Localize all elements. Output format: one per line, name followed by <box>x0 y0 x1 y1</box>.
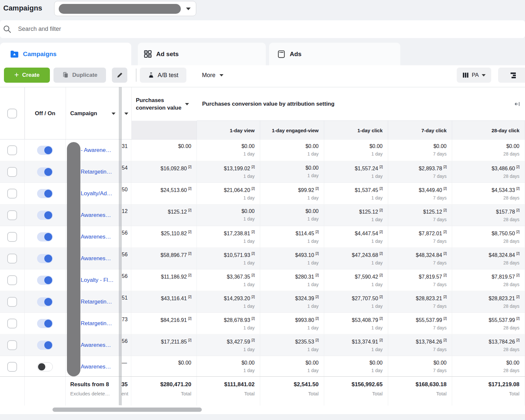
campaign-name-link[interactable]: Retargetin… <box>81 320 112 327</box>
attribution-window-label: 1 day <box>197 282 255 287</box>
footer-total-label: Total <box>324 391 383 396</box>
attribution-window-label: 7 days <box>388 347 447 352</box>
campaign-name-link[interactable]: Awarenes… <box>81 212 111 219</box>
campaign-toggle-on[interactable] <box>37 167 53 177</box>
horizontal-scrollbar-thumb[interactable] <box>52 408 202 412</box>
create-button[interactable]: + Create <box>4 68 50 83</box>
attribution-value-cell: $55,537.99[2]7 days <box>388 313 452 334</box>
row-checkbox[interactable] <box>7 167 17 177</box>
breakdown-button[interactable] <box>498 68 525 83</box>
attribution-window-label: 1 day <box>260 195 319 200</box>
clipped-value-cell: 56 <box>121 269 131 291</box>
campaign-name-link[interactable]: Retargetin… <box>81 169 112 175</box>
attribution-window-label: 1 day <box>260 347 319 352</box>
more-button[interactable]: More <box>197 68 228 83</box>
collapse-columns-icon[interactable] <box>514 101 520 109</box>
attribution-value-cell: $28,823.21[2]28 days <box>452 291 525 312</box>
attribution-column-header[interactable]: 7-day click <box>388 121 452 140</box>
footnote-marker: [2] <box>251 165 255 169</box>
campaign-name-link[interactable]: Loyalty - Fl… <box>81 277 114 284</box>
campaign-name-link[interactable]: - Awarene… <box>81 147 111 154</box>
footer-excludes-label: Excludes delete… <box>70 391 121 396</box>
tab-ad-sets[interactable]: Ad sets <box>138 43 266 65</box>
metric-value: $28,823.21[2] <box>452 295 519 302</box>
tab-campaigns[interactable]: Campaigns <box>0 43 131 65</box>
campaign-toggle-on[interactable] <box>37 319 53 328</box>
row-checkbox-cell <box>0 183 25 204</box>
attribution-column-header[interactable]: 1-day engaged-view <box>260 121 324 140</box>
attribution-value-cell: $3,486.60[2]28 days <box>452 161 525 182</box>
row-toggle-cell <box>25 183 66 204</box>
attribution-window-label: 28 days <box>452 217 519 222</box>
row-checkbox-cell <box>0 226 25 247</box>
attribution-window-label: 1 day <box>197 174 255 179</box>
row-checkbox[interactable] <box>7 210 17 220</box>
metric-value: $0.00 <box>324 143 383 149</box>
duplicate-button[interactable]: Duplicate <box>53 68 106 83</box>
campaign-toggle-on[interactable] <box>37 297 53 306</box>
pinned-columns-divider[interactable] <box>119 87 122 405</box>
campaign-name-link[interactable]: Awarenes… <box>81 255 111 262</box>
attribution-window-label: 28 days <box>452 368 519 373</box>
metric-value: $0.00 <box>324 360 383 366</box>
row-checkbox[interactable] <box>7 189 17 199</box>
footer-clipped-cell: 35 ent <box>121 377 131 406</box>
campaign-name-link[interactable]: Retargetin… <box>81 299 112 305</box>
attribution-value-cell: $48,324.84[2]7 days <box>388 248 452 269</box>
account-dropdown[interactable] <box>54 1 196 16</box>
attribution-column-header[interactable]: 1-day view <box>197 121 260 140</box>
campaign-name-link[interactable]: Awarenes… <box>81 234 111 240</box>
row-checkbox[interactable] <box>7 232 17 242</box>
redacted-campaign-names <box>67 142 80 376</box>
footnote-marker: [2] <box>188 187 191 190</box>
edit-button[interactable] <box>112 68 127 83</box>
metric-subheader-empty <box>131 121 197 140</box>
purchases-conversion-value-cell: $0.00 <box>131 356 197 376</box>
row-checkbox[interactable] <box>7 340 17 350</box>
ab-test-button[interactable]: A/B test <box>140 68 186 83</box>
tab-ads[interactable]: Ads <box>269 43 400 65</box>
attribution-value-cell: $0.001 day <box>197 356 260 376</box>
metric-value: $17,238.81[2] <box>197 230 255 237</box>
attribution-column-header[interactable]: 1-day click <box>324 121 388 140</box>
row-checkbox[interactable] <box>7 319 17 328</box>
select-all-checkbox[interactable] <box>7 109 17 118</box>
campaign-toggle-on[interactable] <box>37 232 53 242</box>
attribution-window-label: 1 day <box>260 260 319 265</box>
footnote-marker: [2] <box>188 273 191 277</box>
campaign-name-link[interactable]: Awarenes… <box>81 364 111 370</box>
attribution-group-header: Purchases conversion value by attributio… <box>197 87 525 121</box>
attribution-column-header[interactable]: 28-day click <box>452 121 525 140</box>
attribution-window-label: 1 day <box>324 217 383 222</box>
campaign-toggle-on[interactable] <box>37 211 53 220</box>
toggle-knob <box>44 211 52 219</box>
campaign-name-link[interactable]: Awarenes… <box>81 342 111 348</box>
campaign-toggle-on[interactable] <box>37 341 53 350</box>
row-checkbox[interactable] <box>7 275 17 285</box>
campaign-toggle-on[interactable] <box>37 276 53 285</box>
row-checkbox[interactable] <box>7 145 17 155</box>
attribution-window-label: 1 day <box>260 325 319 330</box>
attribution-value-cell: $28,823.21[2]7 days <box>388 291 452 312</box>
campaign-toggle-on[interactable] <box>37 189 53 198</box>
campaign-toggle-off[interactable] <box>37 362 53 371</box>
metric-value: $157.78[2] <box>452 208 519 215</box>
row-checkbox[interactable] <box>7 362 17 372</box>
table-header: Off / On Campaign Purchases conversion v… <box>0 87 525 139</box>
metric-value: $0.00 <box>197 360 255 366</box>
search-bar[interactable]: Search and filter <box>0 20 525 38</box>
row-checkbox[interactable] <box>7 254 17 263</box>
toggle-knob <box>44 320 52 327</box>
attribution-value-cell: $280.31[2]1 day <box>260 269 324 291</box>
purchases-conversion-value-header[interactable]: Purchases conversion value <box>131 87 197 121</box>
metric-value: $48,324.84[2] <box>388 252 447 258</box>
row-checkbox[interactable] <box>7 297 17 307</box>
campaign-toggle-on[interactable] <box>37 146 53 155</box>
attribution-window-label: 1 day <box>197 368 255 373</box>
campaign-toggle-on[interactable] <box>37 254 53 263</box>
toggle-knob <box>44 298 52 306</box>
attribution-window-label: 1 day <box>197 304 255 309</box>
columns-button[interactable]: PA <box>457 68 491 83</box>
campaign-name-link[interactable]: Loyalty/Ad… <box>81 190 112 197</box>
footnote-marker: [2] <box>188 165 191 169</box>
